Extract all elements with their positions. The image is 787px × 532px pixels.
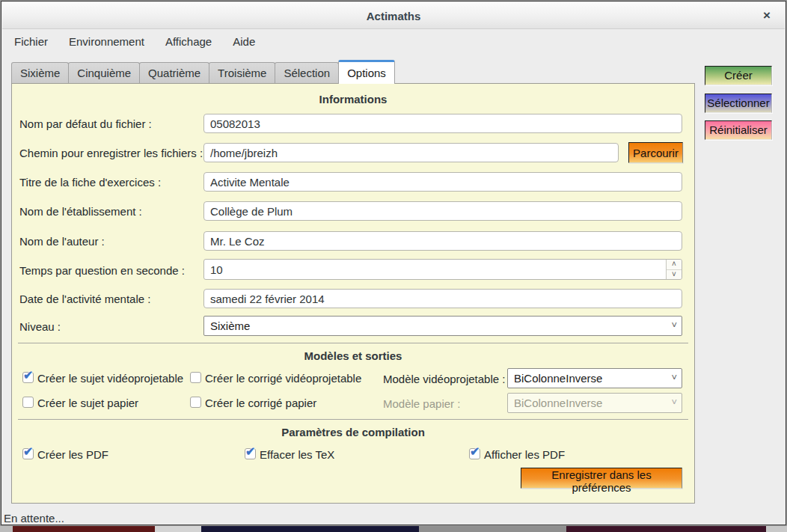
tab-troisieme[interactable]: Troisième [209,62,275,83]
tab-bar: Sixième Cinquième Quatrième Troisième Sé… [11,59,394,83]
modele-video-value: BiColonneInverse [514,372,602,385]
creer-button[interactable]: Créer [705,66,772,85]
input-auteur[interactable] [203,231,682,251]
label-niveau: Niveau : [19,320,61,333]
input-titre-fiche[interactable] [203,172,682,192]
titlebar: Actimaths × [2,2,785,29]
spinner-up-icon[interactable]: ˄ [667,260,682,270]
temps-spinner: ˄ ˅ [203,259,682,280]
selectionner-button[interactable]: Sélectionner [705,94,772,113]
tab-options[interactable]: Options [338,60,395,84]
section-title-compilation: Paramètres de compilation [12,426,694,438]
label-temps-question: Temps par question en seconde : [19,264,185,277]
checkbox-sujet-video[interactable] [22,372,34,383]
input-etablissement[interactable] [203,201,682,221]
checkbox-label-sujet-video[interactable]: Créer le sujet vidéoprojetable [37,372,183,385]
label-modele-papier: Modèle papier : [383,397,460,410]
input-chemin[interactable] [203,143,619,162]
modele-papier-value: BiColonneInverse [514,397,602,409]
tab-cinquieme[interactable]: Cinquième [68,62,140,83]
spinner-down-icon[interactable]: ˅ [667,270,682,280]
spinner-buttons: ˄ ˅ [666,260,682,279]
checkbox-sujet-papier[interactable] [22,397,34,408]
label-nom-fichier: Nom par défaut du fichier : [19,117,152,130]
app-window: Actimaths × Fichier Environnement Affich… [0,0,787,526]
tab-quatrieme[interactable]: Quatrième [139,62,209,83]
tab-sixieme[interactable]: Sixième [11,62,69,83]
tab-selection[interactable]: Sélection [275,62,339,83]
menu-affichage[interactable]: Affichage [159,32,218,51]
checkbox-corrige-video[interactable] [190,372,201,383]
label-date-activite: Date de l'activité mentale : [19,293,150,305]
reinitialiser-button[interactable]: Réinitialiser [705,120,772,140]
modele-video-select[interactable]: BiColonneInverse ˅ [507,368,682,388]
checkbox-label-corrige-papier[interactable]: Créer le corrigé papier [205,397,316,409]
section-title-informations: Informations [12,93,694,106]
checkbox-label-sujet-papier[interactable]: Créer le sujet papier [37,397,138,409]
window-title: Actimaths [2,10,785,22]
checkbox-effacer-tex[interactable] [245,448,256,459]
niveau-value: Sixième [210,319,250,332]
modele-papier-select: BiColonneInverse ˅ [507,393,682,413]
menu-environnement[interactable]: Environnement [63,32,150,51]
checkbox-label-creer-pdf[interactable]: Créer les PDF [37,448,108,461]
section-title-modeles: Modèles et sorties [12,349,694,362]
checkbox-label-effacer-tex[interactable]: Effacer les TeX [260,448,334,461]
separator [18,343,688,343]
checkbox-label-corrige-video[interactable]: Créer le corrigé vidéoprojetable [205,372,361,385]
input-temps-question[interactable] [203,259,682,280]
chevron-down-icon: ˅ [671,372,677,383]
status-text: En attente... [4,512,64,525]
parcourir-button[interactable]: Parcourir [628,142,683,163]
label-auteur: Nom de l'auteur : [19,235,105,248]
menubar: Fichier Environnement Affichage Aide [2,31,785,52]
separator [18,419,688,420]
checkbox-corrige-papier[interactable] [190,397,201,408]
menu-aide[interactable]: Aide [227,32,261,51]
niveau-select[interactable]: Sixième ˅ [203,316,682,336]
label-titre-fiche: Titre de la fiche d'exercices : [19,176,161,189]
close-icon[interactable]: × [759,8,774,23]
chevron-down-icon: ˅ [671,319,677,331]
input-date-activite[interactable] [203,289,682,308]
options-panel: Informations Nom par défaut du fichier :… [11,83,695,504]
checkbox-afficher-pdf[interactable] [469,448,480,459]
menu-fichier[interactable]: Fichier [8,32,54,51]
label-chemin: Chemin pour enregistrer les fichiers : [19,147,203,159]
checkbox-creer-pdf[interactable] [22,448,34,459]
save-preferences-button[interactable]: Enregistrer dans les préférences [521,468,682,489]
checkbox-label-afficher-pdf[interactable]: Afficher les PDF [484,448,565,461]
label-etablissement: Nom de l'établissement : [19,205,142,218]
chevron-down-icon: ˅ [671,397,677,408]
input-nom-fichier[interactable] [203,114,682,133]
label-modele-video: Modèle vidéoprojetable : [383,373,505,385]
